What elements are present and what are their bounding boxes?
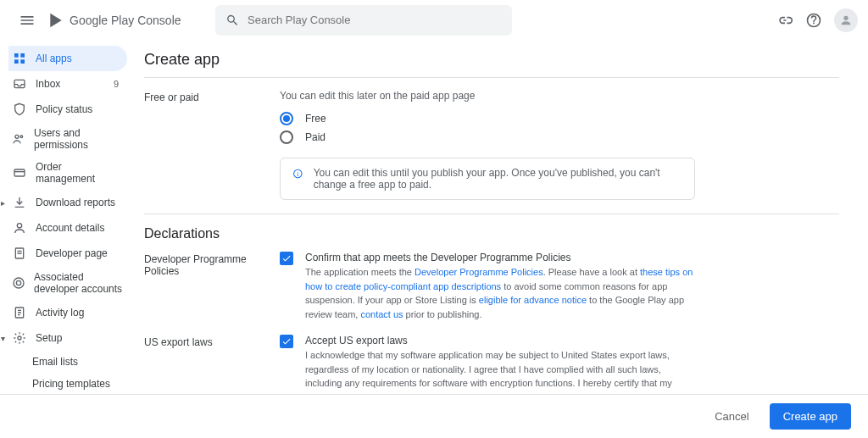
- cancel-button[interactable]: Cancel: [704, 403, 759, 430]
- card-icon: [12, 165, 27, 180]
- sidebar-item-label: Account details: [36, 222, 104, 234]
- sidebar-sub-pricing-templates[interactable]: Pricing templates: [8, 373, 127, 395]
- radio-free[interactable]: Free: [280, 112, 695, 125]
- sidebar-sub-email-lists[interactable]: Email lists: [8, 351, 127, 373]
- page-icon: [12, 246, 27, 261]
- export-check-title: Accept US export laws: [305, 335, 695, 347]
- svg-marker-0: [50, 13, 61, 27]
- chevron-icon: ▾: [1, 334, 5, 343]
- svg-point-14: [18, 336, 21, 340]
- sidebar-item-label: Download reports: [36, 197, 115, 208]
- sidebar-item-order-management[interactable]: Order management: [8, 156, 127, 190]
- logo-text: Google Play Console: [70, 14, 181, 27]
- dpp-check-desc: The application meets the Developer Prog…: [305, 265, 695, 321]
- export-checkbox[interactable]: [280, 335, 293, 348]
- avatar[interactable]: [834, 8, 858, 32]
- dpp-checkbox[interactable]: [280, 252, 293, 265]
- radio-icon: [280, 112, 293, 125]
- menu-icon[interactable]: [10, 3, 44, 37]
- search-icon: [225, 13, 240, 28]
- badge: 9: [114, 79, 119, 89]
- sidebar-item-label: Policy status: [36, 103, 92, 115]
- radio-paid-label: Paid: [305, 131, 326, 143]
- link-icon[interactable]: [776, 12, 793, 29]
- svg-point-11: [14, 278, 24, 288]
- dpp-contact-link[interactable]: contact us: [360, 309, 403, 319]
- dpp-section: Developer Programme Policies Confirm tha…: [144, 252, 839, 321]
- sidebar-item-all-apps[interactable]: All apps: [8, 46, 127, 71]
- person-icon: [12, 220, 27, 236]
- svg-point-6: [15, 135, 19, 138]
- sidebar-item-policy-status[interactable]: Policy status: [8, 97, 127, 122]
- create-app-button[interactable]: Create app: [770, 403, 851, 430]
- bottom-action-bar: Cancel Create app: [0, 394, 868, 438]
- svg-rect-1: [14, 53, 19, 58]
- sidebar: All appsInbox9Policy statusUsers and per…: [0, 41, 127, 438]
- sidebar-item-label: Inbox: [36, 78, 60, 90]
- search-box[interactable]: [215, 5, 512, 36]
- svg-point-12: [16, 280, 20, 285]
- download-icon: [12, 195, 27, 210]
- play-console-icon: [47, 12, 64, 29]
- sidebar-item-label: Users and permissions: [34, 127, 124, 151]
- inbox-icon: [12, 76, 27, 91]
- sidebar-item-account-details[interactable]: Account details: [8, 215, 127, 241]
- check-icon: [281, 253, 292, 263]
- declarations-title: Declarations: [144, 213, 839, 252]
- sidebar-item-label: Activity log: [36, 307, 84, 319]
- header-actions: [776, 8, 858, 32]
- main-content: Create app Free or paid You can edit thi…: [127, 41, 856, 438]
- sidebar-item-associated-developer-accounts[interactable]: Associated developer accounts: [8, 266, 127, 300]
- sidebar-item-download-reports[interactable]: ▸Download reports: [8, 190, 127, 215]
- sidebar-item-setup[interactable]: ▾Setup: [8, 325, 127, 351]
- person-icon: [839, 14, 853, 27]
- dpp-label: Developer Programme Policies: [144, 252, 280, 321]
- dpp-policies-link[interactable]: Developer Programme Policies: [415, 267, 543, 277]
- info-text: You can edit this until you publish your…: [314, 167, 682, 191]
- logo[interactable]: Google Play Console: [47, 12, 181, 29]
- free-or-paid-section: Free or paid You can edit this later on …: [144, 90, 839, 200]
- sidebar-item-label: Pricing templates: [32, 378, 110, 390]
- svg-point-7: [20, 136, 23, 138]
- top-header: Google Play Console: [0, 0, 868, 41]
- gear-icon: [12, 330, 27, 346]
- svg-rect-2: [20, 53, 25, 58]
- radio-icon: [280, 130, 293, 144]
- svg-point-9: [17, 224, 21, 228]
- sidebar-item-users-and-permissions[interactable]: Users and permissions: [8, 122, 127, 156]
- info-icon: [292, 167, 303, 180]
- chevron-icon: ▸: [1, 198, 5, 208]
- grid-icon: [12, 51, 27, 66]
- svg-rect-3: [14, 59, 19, 64]
- info-box: You can edit this until you publish your…: [280, 158, 695, 200]
- radio-paid[interactable]: Paid: [280, 130, 695, 144]
- shield-icon: [12, 102, 27, 117]
- sidebar-item-label: Order management: [36, 161, 124, 185]
- sidebar-item-inbox[interactable]: Inbox9: [8, 71, 127, 97]
- free-or-paid-hint: You can edit this later on the paid app …: [280, 90, 695, 102]
- check-icon: [281, 336, 292, 347]
- sidebar-item-label: Associated developer accounts: [34, 271, 124, 295]
- page-title: Create app: [144, 41, 839, 78]
- svg-rect-4: [20, 59, 25, 64]
- free-or-paid-label: Free or paid: [144, 90, 280, 200]
- svg-rect-8: [14, 169, 25, 176]
- sidebar-item-label: Setup: [36, 332, 62, 344]
- sidebar-item-developer-page[interactable]: Developer page: [8, 241, 127, 266]
- dpp-check-title: Confirm that app meets the Developer Pro…: [305, 252, 695, 263]
- dpp-advance-link[interactable]: eligible for advance notice: [479, 295, 587, 305]
- sidebar-item-label: All apps: [36, 53, 72, 64]
- help-icon[interactable]: [805, 12, 822, 29]
- sidebar-item-activity-log[interactable]: Activity log: [8, 300, 127, 325]
- users-icon: [12, 131, 25, 147]
- radio-free-label: Free: [305, 113, 326, 125]
- log-icon: [12, 305, 27, 320]
- sidebar-item-label: Developer page: [36, 247, 108, 259]
- link-icon: [12, 275, 25, 291]
- sidebar-item-label: Email lists: [32, 356, 78, 368]
- search-input[interactable]: [248, 14, 501, 26]
